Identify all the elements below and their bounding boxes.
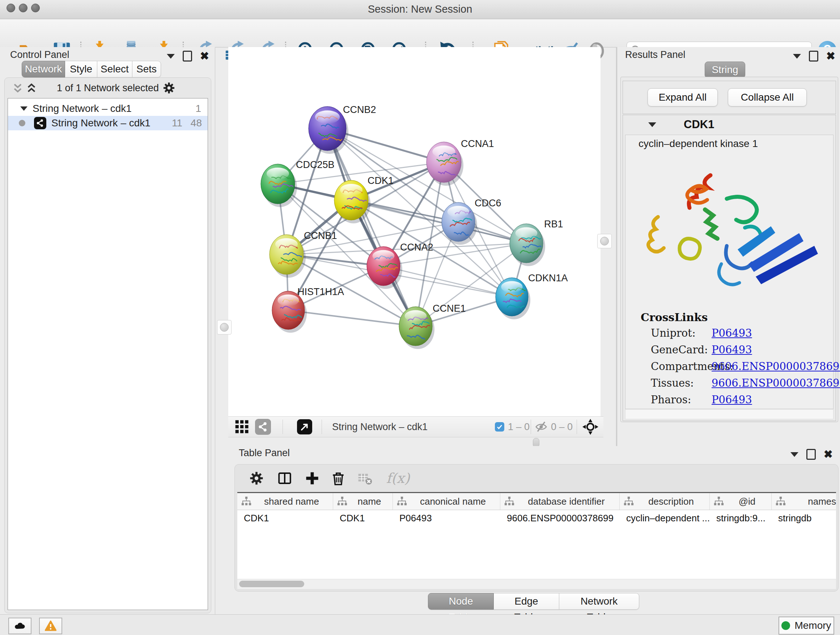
network-node-CCNA2[interactable] (367, 247, 402, 289)
table-settings-button[interactable] (247, 469, 266, 488)
right-splitter-handle[interactable] (597, 234, 612, 249)
column-header-database-identifier[interactable]: database identifier (500, 493, 620, 510)
table-cell[interactable]: CDK1 (333, 510, 393, 526)
tab-network-table[interactable]: Network Table (559, 593, 639, 610)
memory-button[interactable]: Memory (778, 616, 834, 635)
delete-column-button[interactable] (329, 469, 347, 488)
expand-all-button[interactable]: Expand All (647, 88, 718, 106)
tab-edge-table[interactable]: Edge Table (494, 593, 559, 610)
network-node-CCNB1[interactable] (270, 234, 306, 278)
selected-nodes-indicator[interactable]: 1 – 0 (495, 417, 530, 437)
table-cell[interactable]: P06493 (393, 510, 500, 526)
tab-select[interactable]: Select (97, 61, 133, 78)
network-node-CCNE1[interactable] (399, 307, 434, 349)
cdk1-entry-header[interactable]: CDK1 (623, 115, 836, 134)
node-label-CCNE1: CCNE1 (433, 303, 466, 314)
memory-status-dot (782, 621, 790, 630)
memory-label: Memory (794, 620, 831, 631)
add-column-button[interactable] (303, 469, 322, 488)
column-header-description[interactable]: description (620, 493, 710, 510)
trash-icon (331, 470, 346, 486)
network-collection-row[interactable]: String Network – cdk1 1 (8, 101, 208, 116)
crosslink-row: Uniprot:P06493 (651, 327, 824, 344)
network-tree: String Network – cdk1 1 String Network –… (8, 98, 208, 610)
table-cell[interactable]: CDK1 (237, 510, 333, 526)
network-node-CCNA1[interactable] (426, 142, 463, 186)
panel-float-icon[interactable] (806, 449, 816, 460)
table-cell[interactable]: cyclin–dependent ... (620, 510, 710, 526)
center-view-button[interactable] (583, 417, 598, 437)
tab-network[interactable]: Network (22, 61, 65, 78)
column-header-name[interactable]: name (333, 493, 393, 510)
function-builder-button[interactable]: f(x) (382, 469, 414, 488)
results-scrollbar[interactable] (625, 409, 834, 419)
results-buttons-box: Expand All Collapse All (622, 81, 836, 114)
control-panel: Control Panel ✖ Network Style Select Set… (0, 47, 215, 614)
crosslink-link[interactable]: P06493 (712, 327, 752, 339)
crosslink-link[interactable]: P06493 (712, 344, 752, 356)
network-style-badge[interactable] (255, 417, 271, 437)
open-in-window-button[interactable] (297, 417, 312, 437)
network-node-CDK1[interactable] (334, 180, 370, 223)
sitemap-icon (623, 496, 634, 507)
node-label-CCNA1: CCNA1 (461, 138, 494, 149)
collapse-all-button[interactable]: Collapse All (728, 88, 807, 106)
panel-close-icon[interactable]: ✖ (200, 52, 209, 60)
show-columns-button[interactable] (275, 469, 294, 488)
tab-string[interactable]: String (705, 62, 745, 78)
table-scrollbar-thumb[interactable] (239, 581, 304, 587)
window-title: Session: New Session (0, 3, 840, 15)
panel-float-icon[interactable] (809, 51, 818, 62)
table-cell[interactable]: 9606.ENSP00000378699 (500, 510, 620, 526)
tab-node-table[interactable]: Node Table (428, 593, 494, 610)
column-header-namespace[interactable]: namespace (772, 493, 836, 510)
node-label-CCNB1: CCNB1 (304, 230, 337, 241)
panel-menu-icon[interactable] (167, 54, 175, 59)
left-splitter-handle[interactable] (217, 320, 232, 334)
table-row[interactable]: CDK1CDK1P064939606.ENSP00000378699cyclin… (237, 510, 836, 526)
network-node-CDC25B[interactable] (261, 164, 297, 207)
hidden-indicator[interactable]: 0 – 0 (535, 417, 573, 437)
cloud-status-button[interactable] (8, 618, 32, 634)
control-panel-title: Control Panel (10, 49, 69, 60)
table-cell[interactable]: stringdb:9... (710, 510, 772, 526)
table-scrollbar[interactable] (237, 579, 836, 589)
results-panel-title: Results Panel (625, 49, 685, 60)
tab-style[interactable]: Style (65, 61, 97, 78)
column-header-canonical-name[interactable]: canonical name (393, 493, 500, 510)
network-node-CCNB2[interactable] (309, 106, 348, 154)
warnings-button[interactable] (39, 618, 62, 634)
panel-close-icon[interactable]: ✖ (826, 52, 835, 60)
crosslink-link[interactable]: 9606.ENSP00000378699 (712, 360, 840, 372)
tab-sets[interactable]: Sets (133, 61, 161, 78)
panel-menu-icon[interactable] (793, 54, 801, 59)
current-network-dot (19, 120, 25, 126)
hidden-counts: 0 – 0 (551, 421, 573, 432)
table-cell[interactable]: stringdb (772, 510, 836, 526)
panel-menu-icon[interactable] (790, 452, 798, 457)
network-node-CDKN1A[interactable] (496, 278, 531, 319)
toolbar-separator (283, 420, 283, 434)
network-node-HIST1H1A[interactable] (272, 291, 307, 333)
entry-expander-icon[interactable] (648, 122, 656, 127)
string-network-badge (34, 117, 46, 129)
node-count: 11 (172, 117, 182, 129)
birds-eye-toggle[interactable] (235, 417, 249, 437)
crosslink-link[interactable]: P06493 (712, 394, 752, 406)
column-header--id[interactable]: @id (710, 493, 772, 510)
panel-float-icon[interactable] (183, 51, 192, 62)
sitemap-icon (504, 496, 515, 507)
gear-icon[interactable] (163, 81, 175, 95)
crosslink-row: Tissues:9606.ENSP00000378699 (651, 377, 824, 394)
warning-icon (45, 620, 57, 632)
crosslink-link[interactable]: 9606.ENSP00000378699 (712, 377, 840, 389)
delete-table-button[interactable] (355, 469, 374, 488)
share-icon (257, 421, 268, 432)
panel-close-icon[interactable]: ✖ (824, 450, 833, 459)
ne-arrow-icon (298, 420, 311, 433)
column-header-shared-name[interactable]: shared name (237, 493, 333, 510)
network-row-selected[interactable]: String Network – cdk1 11 48 (8, 116, 208, 130)
collection-expander-icon[interactable] (20, 106, 27, 111)
network-graph[interactable]: CCNB2CCNA1CDC25BCDK1CDC6RB1CCNB1CCNA2CDK… (228, 47, 600, 416)
network-node-RB1[interactable] (510, 224, 545, 266)
